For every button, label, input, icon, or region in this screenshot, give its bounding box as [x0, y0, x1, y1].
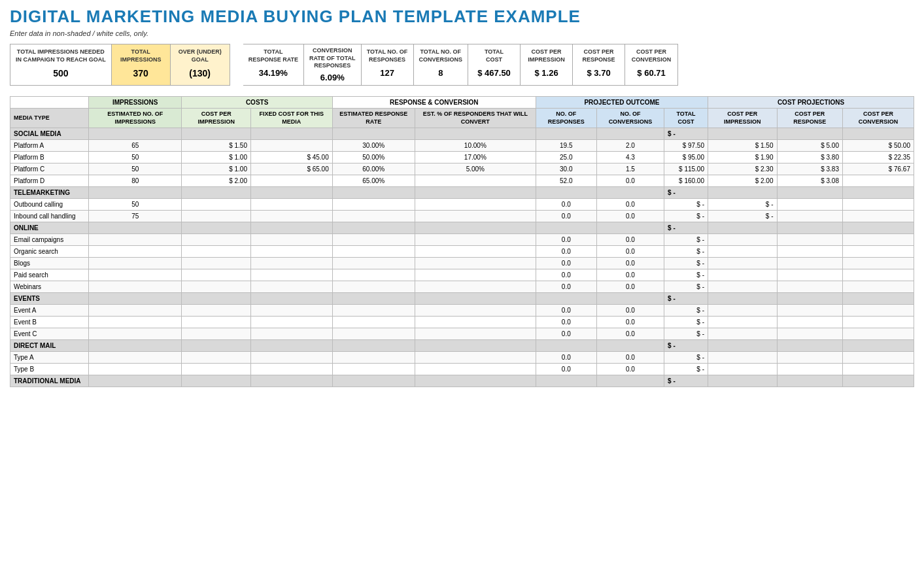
cell-5 — [415, 269, 536, 281]
summary-left: TOTAL IMPRESSIONS NEEDEDin Campaign to R… — [10, 44, 230, 86]
cell-7: 0.0 — [596, 211, 664, 222]
section-col-6 — [536, 128, 596, 140]
cell-4 — [332, 269, 415, 281]
cell-1 — [89, 328, 182, 340]
cell-6: 0.0 — [536, 269, 596, 281]
cell-0: Webinars — [10, 281, 89, 293]
cell-0: Event C — [10, 328, 89, 340]
cell-0: Platform A — [10, 140, 89, 152]
cell-8: $ 115.00 — [664, 163, 708, 175]
cell-9: $ 2.30 — [708, 163, 778, 175]
cell-9 — [708, 246, 778, 258]
total-no-responses-value: 127 — [367, 65, 408, 78]
section-col-0: ONLINE — [10, 222, 89, 234]
cost-per-impression-summary-label: COST PERIMPRESSION — [526, 47, 567, 65]
cell-10 — [777, 234, 842, 246]
table-body: SOCIAL MEDIA$ -Platform A65$ 1.5030.00%1… — [10, 128, 914, 387]
cell-0: Type B — [10, 364, 89, 375]
cell-3 — [250, 246, 332, 258]
section-col-1 — [89, 340, 182, 352]
section-col-5 — [415, 128, 536, 140]
cell-4 — [332, 305, 415, 317]
cp-conversion-col-header: COST PER CONVERSION — [842, 109, 914, 128]
col-header-row: MEDIA TYPE ESTIMATED NO. OF IMPRESSIONS … — [10, 109, 914, 128]
no-responses-col-header: NO. OF RESPONSES — [536, 109, 596, 128]
cell-1 — [89, 234, 182, 246]
cell-6: 30.0 — [536, 163, 596, 175]
cell-9 — [708, 317, 778, 328]
section-col-11 — [842, 128, 914, 140]
cell-5: 17.00% — [415, 152, 536, 163]
section-col-10 — [777, 293, 842, 305]
table-row: Platform D80$ 2.0065.00%52.00.0$ 160.00$… — [10, 175, 914, 187]
cell-3 — [250, 211, 332, 222]
cell-7: 0.0 — [596, 364, 664, 375]
cell-10 — [777, 305, 842, 317]
over-under-goal-cell: OVER (UNDER)GOAL (130) — [171, 44, 230, 85]
cell-10 — [777, 258, 842, 269]
cell-6: 52.0 — [536, 175, 596, 187]
cell-0: Event A — [10, 305, 89, 317]
cell-7: 0.0 — [596, 281, 664, 293]
cell-5 — [415, 175, 536, 187]
section-col-3 — [250, 375, 332, 387]
cell-4 — [332, 281, 415, 293]
cell-4 — [332, 199, 415, 211]
cell-5 — [415, 328, 536, 340]
cell-11 — [842, 234, 914, 246]
section-col-1 — [89, 187, 182, 199]
section-header-row: ONLINE$ - — [10, 222, 914, 234]
cell-10 — [777, 352, 842, 364]
cell-3 — [250, 281, 332, 293]
section-col-4 — [332, 187, 415, 199]
cell-2: $ 2.00 — [182, 175, 251, 187]
total-no-responses-cell: TOTAL NO. OFRESPONSES 127 — [362, 44, 414, 85]
conversion-rate-label: CONVERSIONRATE OF TOTALRESPONSES — [309, 47, 356, 70]
table-row: Webinars0.00.0$ - — [10, 281, 914, 293]
cell-4 — [332, 352, 415, 364]
cell-5 — [415, 317, 536, 328]
fixed-cost-col-header: FIXED COST FOR THIS MEDIA — [250, 109, 332, 128]
section-col-7 — [596, 128, 664, 140]
cell-7: 0.0 — [596, 269, 664, 281]
media-type-group-header — [10, 97, 89, 109]
cell-4: 30.00% — [332, 140, 415, 152]
section-col-5 — [415, 375, 536, 387]
cell-11 — [842, 305, 914, 317]
cell-7: 0.0 — [596, 328, 664, 340]
cell-10 — [777, 211, 842, 222]
cell-2 — [182, 234, 251, 246]
cell-11: $ 50.00 — [842, 140, 914, 152]
section-col-2 — [182, 187, 251, 199]
section-col-11 — [842, 340, 914, 352]
cell-6: 0.0 — [536, 281, 596, 293]
section-col-10 — [777, 340, 842, 352]
cell-9 — [708, 352, 778, 364]
section-col-0: SOCIAL MEDIA — [10, 128, 89, 140]
cell-1: 80 — [89, 175, 182, 187]
section-col-6 — [536, 293, 596, 305]
cell-2 — [182, 199, 251, 211]
cell-11: $ 76.67 — [842, 163, 914, 175]
cell-11 — [842, 211, 914, 222]
cost-per-conversion-summary-value: $ 60.71 — [630, 65, 672, 78]
cell-7: 0.0 — [596, 246, 664, 258]
cell-7: 0.0 — [596, 234, 664, 246]
cell-0: Blogs — [10, 258, 89, 269]
table-row: Event A0.00.0$ - — [10, 305, 914, 317]
cell-9: $ 1.50 — [708, 140, 778, 152]
cell-5: 10.00% — [415, 140, 536, 152]
conversion-rate-cell: CONVERSIONRATE OF TOTALRESPONSES 6.09% — [304, 44, 362, 85]
cell-1 — [89, 352, 182, 364]
section-col-9 — [708, 187, 778, 199]
section-col-0: DIRECT MAIL — [10, 340, 89, 352]
section-col-4 — [332, 222, 415, 234]
cell-8: $ - — [664, 211, 708, 222]
cell-1 — [89, 246, 182, 258]
section-col-10 — [777, 222, 842, 234]
cell-3 — [250, 317, 332, 328]
cell-10 — [777, 328, 842, 340]
cell-5 — [415, 234, 536, 246]
total-no-responses-label: TOTAL NO. OFRESPONSES — [367, 47, 408, 65]
cell-0: Platform B — [10, 152, 89, 163]
